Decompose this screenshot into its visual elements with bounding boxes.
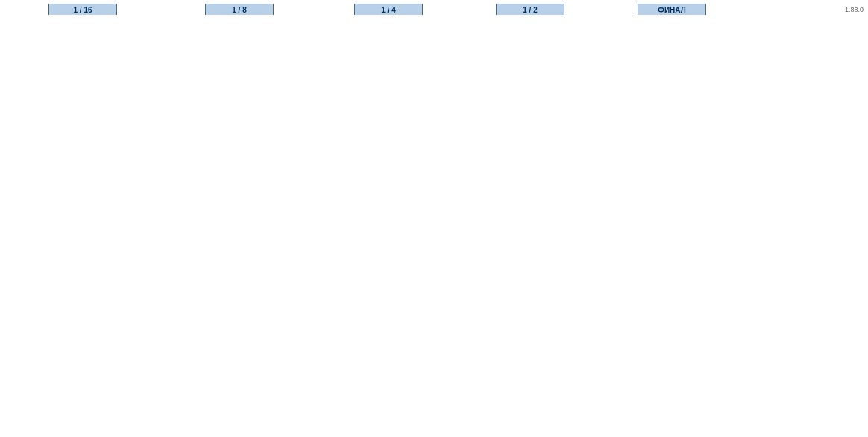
version: 1.88.0 [845, 6, 864, 13]
round-header: 1 / 2 [496, 4, 564, 15]
round-header: 1 / 16 [48, 4, 117, 15]
round-header: ФИНАЛ [638, 4, 706, 15]
round-header: 1 / 4 [354, 4, 423, 15]
round-header: 1 / 8 [205, 4, 274, 15]
